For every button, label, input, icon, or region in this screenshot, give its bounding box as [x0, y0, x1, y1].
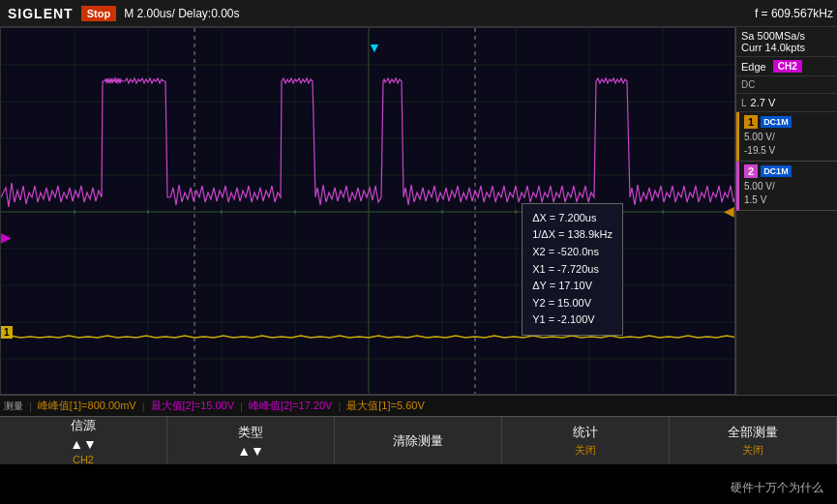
meas-item-1: 最大值[2]=15.00V — [151, 399, 235, 413]
btn-stats-sub: 关闭 — [575, 443, 596, 458]
top-bar: SIGLENT Stop M 2.00us/ Delay:0.00s f = 6… — [0, 0, 837, 27]
meas-item-3: 最大值[1]=5.60V — [346, 399, 424, 413]
trigger-type: Edge — [741, 61, 766, 73]
btn-clear[interactable]: 清除测量 — [335, 417, 502, 464]
ch1-indicator: 1 — [1, 326, 13, 339]
btn-all-sub: 关闭 — [742, 443, 763, 458]
btn-source-label: 信源 — [71, 417, 96, 434]
logo: SIGLENT — [0, 6, 81, 21]
level-label: L — [741, 98, 747, 108]
button-bar: 信源 ▲▼ CH2 类型 ▲▼ 清除测量 统计 关闭 全部测量 关闭 — [0, 416, 837, 464]
sample-rate-row: Sa 500MSa/s Curr 14.0kpts — [736, 27, 837, 57]
btn-source-arrow: ▲▼ — [70, 436, 97, 452]
btn-type-label: 类型 — [238, 424, 263, 441]
ch1-offset: -19.5 V — [744, 144, 832, 158]
trigger-arrow-ch2: ▶ — [1, 229, 12, 245]
curr-pts: Curr 14.0kpts — [741, 42, 832, 53]
btn-allmeals[interactable]: 全部测量 关闭 — [670, 417, 837, 464]
meas-item-0: 峰峰值[1]=800.00mV — [38, 399, 136, 413]
ch1-scale: 5.00 V/ — [744, 131, 832, 144]
ch2-scale: 5.00 V/ — [744, 180, 832, 193]
status-badge: Stop — [81, 6, 116, 21]
ch2-offset: 1.5 V — [744, 193, 832, 207]
trigger-arrow-ch1: ◀ — [724, 203, 734, 219]
scope-area: ▼ ◀ ▶ 1 ΔX = 7.200us 1/ΔX = 138.9kHz X2 … — [0, 27, 735, 395]
btn-clear-label: 清除测量 — [393, 432, 443, 450]
trigger-coupling: DC — [741, 79, 755, 90]
timebase-info: M 2.00us/ Delay:0.00s — [124, 7, 755, 20]
btn-all-label: 全部测量 — [728, 424, 778, 441]
btn-type[interactable]: 类型 ▲▼ — [167, 417, 335, 464]
cursor-tooltip: ΔX = 7.200us 1/ΔX = 138.9kHz X2 = -520.0… — [522, 203, 623, 336]
sample-rate: Sa 500MSa/s — [741, 30, 832, 42]
freq-display: f = 609.567kHz — [755, 7, 833, 20]
trigger-arrow-top: ▼ — [368, 40, 381, 55]
ch2-number: 2 — [744, 164, 758, 178]
ch2-section: 2 DC1M 5.00 V/ 1.5 V — [736, 162, 837, 211]
trigger-row: Edge CH2 — [736, 57, 837, 76]
btn-stats[interactable]: 统计 关闭 — [502, 417, 670, 464]
btn-source-sub: CH2 — [73, 454, 94, 465]
ch1-number: 1 — [744, 115, 758, 129]
btn-stats-label: 统计 — [573, 424, 598, 441]
meas-item-2: 峰峰值[2]=17.20V — [249, 399, 333, 413]
trigger-channel-badge: CH2 — [773, 60, 802, 73]
dc-row: DC — [736, 76, 837, 94]
meas-title: 测量 — [4, 400, 23, 413]
ch2-coupling: DC1M — [761, 165, 792, 177]
level-value: 2.7 V — [751, 97, 776, 108]
level-row: L 2.7 V — [736, 94, 837, 112]
right-panel: Sa 500MSa/s Curr 14.0kpts Edge CH2 DC L … — [735, 27, 837, 395]
ch1-coupling: DC1M — [761, 116, 792, 128]
btn-type-arrow: ▲▼ — [237, 443, 264, 459]
ch1-section: 1 DC1M 5.00 V/ -19.5 V — [736, 112, 837, 162]
measurement-bar: 测量 | 峰峰值[1]=800.00mV | 最大值[2]=15.00V | 峰… — [0, 395, 837, 416]
watermark: 硬件十万个为什么 — [725, 478, 829, 498]
btn-source[interactable]: 信源 ▲▼ CH2 — [0, 417, 167, 464]
waveform — [1, 28, 734, 394]
